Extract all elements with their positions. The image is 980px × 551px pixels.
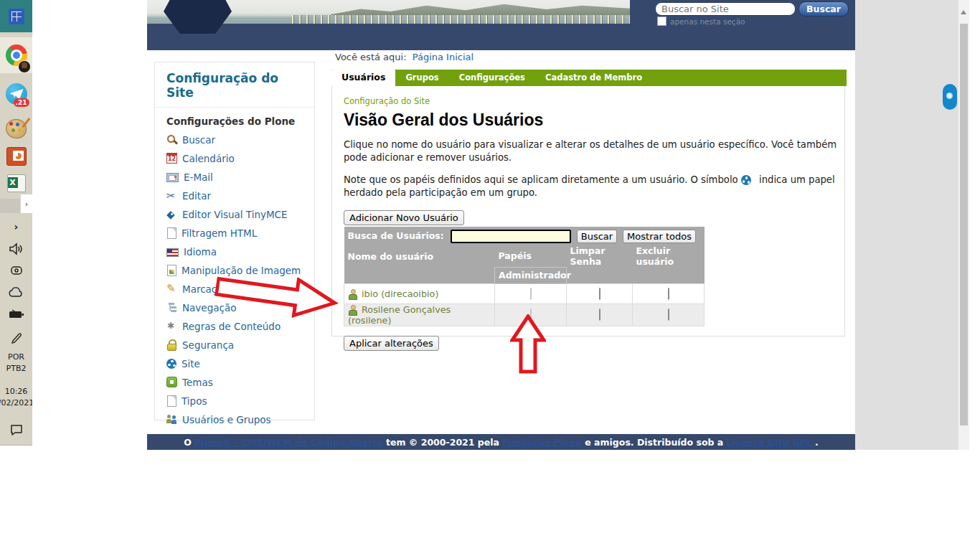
themes-icon: [166, 377, 177, 387]
hidden-icons-tray[interactable]: ›: [0, 197, 32, 215]
excel-app-button[interactable]: [0, 171, 32, 195]
pen-icon[interactable]: [0, 327, 32, 349]
calculator-icon: [9, 9, 24, 24]
section-only-checkbox[interactable]: [657, 17, 666, 26]
tab-grupos[interactable]: Grupos: [395, 70, 448, 86]
note-paragraph: Note que os papéis definidos aqui se apl…: [344, 174, 847, 199]
sidebar-item-calendario[interactable]: Calendário: [166, 153, 304, 164]
parent-section-link[interactable]: Configuração do Site: [344, 96, 430, 106]
sidebar-item-label[interactable]: Marcação: [182, 283, 229, 295]
sidebar-item-navegacao[interactable]: Navegação: [166, 302, 304, 313]
sidebar-item-label[interactable]: Segurança: [182, 339, 234, 351]
sidebar-item-buscar[interactable]: Buscar: [166, 134, 304, 145]
sidebar-item-label[interactable]: E-Mail: [184, 171, 213, 183]
plone-link[interactable]: Plone® - CMS/WCM de Código Aberto: [194, 437, 383, 448]
excel-icon: [7, 174, 26, 192]
display-connect-icon[interactable]: [0, 261, 32, 281]
show-hidden-icons-chevron[interactable]: ›: [0, 217, 32, 237]
language-indicator[interactable]: POR PTB2: [0, 350, 32, 376]
users-group-icon: [166, 414, 177, 425]
sidebar-item-editar[interactable]: Editar: [166, 190, 304, 201]
apply-changes-button[interactable]: Aplicar alterações: [344, 336, 439, 351]
delete-user-checkbox[interactable]: [668, 309, 669, 321]
sidebar-item-temas[interactable]: Temas: [166, 377, 304, 387]
scrollbar-track[interactable]: [958, 0, 969, 450]
user-search-label: Busca de Usuários:: [348, 230, 444, 241]
user-link[interactable]: ibio (direcaoibio): [362, 288, 438, 299]
sidebar-item-site[interactable]: Site: [166, 358, 304, 369]
main-content: Configuração do Site Visão Geral dos Usu…: [331, 86, 845, 336]
calendar-icon: [166, 153, 177, 164]
sidebar-item-seguranca[interactable]: Segurança: [166, 339, 304, 350]
sidebar-item-tipos[interactable]: Tipos: [166, 395, 304, 406]
site-search-button[interactable]: Buscar: [798, 1, 849, 17]
sidebar-item-filtragem[interactable]: Filtragem HTML: [166, 227, 304, 238]
reset-password-checkbox[interactable]: [599, 288, 600, 300]
user-link[interactable]: Rosilene Gonçalves (rosilene): [348, 304, 451, 326]
role-subheader-admin: Administrador: [495, 267, 567, 283]
sidebar-item-regras[interactable]: Regras de Conteúdo: [166, 321, 304, 331]
show-all-button[interactable]: Mostrar todos: [623, 230, 696, 243]
section-only-label: apenas nesta seção: [670, 17, 745, 26]
scrollbar-up-arrow[interactable]: [961, 7, 966, 14]
col-header-delete: Excluir usuário: [633, 245, 705, 267]
gnu-gpl-license-link[interactable]: Licença GNU GPL: [726, 437, 812, 448]
sidebar-item-idioma[interactable]: Idioma: [166, 246, 304, 257]
sidebar-item-label[interactable]: Regras de Conteúdo: [182, 321, 281, 332]
scissors-icon: [166, 190, 177, 201]
chrome-app-button[interactable]: [0, 37, 32, 73]
sidebar-item-label[interactable]: Editor Visual TinyMCE: [182, 209, 288, 220]
windows-taskbar: .21 › ›: [0, 0, 33, 446]
sidebar-item-label[interactable]: Buscar: [182, 134, 215, 146]
sidebar-item-label[interactable]: Editar: [182, 190, 211, 202]
page-title: Visão Geral dos Usuários: [344, 110, 844, 130]
sidebar-item-label[interactable]: Navegação: [182, 302, 236, 314]
powerpoint-app-button[interactable]: [0, 143, 32, 169]
sidebar-item-label[interactable]: Temas: [182, 377, 213, 388]
sidebar-item-usuarios-grupos[interactable]: Usuários e Grupos: [166, 414, 304, 425]
footer-text: O: [184, 437, 192, 448]
plone-foundation-link[interactable]: Fundação Plone: [502, 437, 582, 448]
tab-cadastro-membro[interactable]: Cadastro de Membro: [535, 70, 652, 86]
sidebar-item-imagem[interactable]: Manipulação de Imagem: [166, 265, 304, 276]
keyboard-layout: PTB2: [6, 363, 27, 375]
user-search-button[interactable]: Buscar: [577, 230, 617, 243]
clock[interactable]: 10:26 /02/2021: [0, 383, 32, 412]
user-search-input[interactable]: [451, 230, 571, 243]
breadcrumb-home-link[interactable]: Página Inicial: [413, 52, 473, 62]
battery-icon[interactable]: [0, 304, 32, 324]
sidebar-item-label[interactable]: Idioma: [184, 246, 217, 258]
image-document-icon: [167, 265, 176, 276]
tab-configuracoes[interactable]: Configurações: [449, 70, 535, 86]
sidebar-item-label[interactable]: Calendário: [182, 153, 235, 164]
sidebar-item-label[interactable]: Site: [182, 358, 200, 369]
document-icon: [167, 395, 176, 407]
browser-page: Buscar apenas nesta seção Você está aqui…: [32, 0, 855, 450]
site-search-input[interactable]: [655, 2, 796, 16]
user-icon: [348, 305, 357, 314]
sidebar-item-label[interactable]: Filtragem HTML: [182, 227, 257, 239]
volume-icon[interactable]: [0, 238, 32, 260]
tab-usuarios[interactable]: Usuários: [331, 69, 395, 86]
notification-center-icon[interactable]: [0, 419, 32, 441]
scrollbar-thumb[interactable]: [960, 24, 968, 425]
delete-user-checkbox[interactable]: [668, 288, 669, 300]
paint-app-button[interactable]: [0, 113, 32, 143]
chevron-right-icon: ›: [21, 194, 32, 213]
sidebar-item-label[interactable]: Tipos: [182, 395, 207, 407]
calculator-app-tile[interactable]: [0, 0, 32, 32]
sidebar-item-tinymce[interactable]: Editor Visual TinyMCE: [166, 209, 304, 220]
accessibility-widget[interactable]: [943, 84, 957, 110]
sidebar-item-label[interactable]: Manipulação de Imagem: [182, 265, 301, 276]
reset-password-checkbox[interactable]: [599, 309, 600, 321]
sidebar-item-marcacao[interactable]: Marcação: [166, 283, 304, 294]
sidebar-item-email[interactable]: E-Mail: [166, 171, 304, 182]
add-user-button[interactable]: Adicionar Novo Usuário: [344, 210, 464, 225]
telegram-app-button[interactable]: .21: [0, 77, 32, 110]
intro-paragraph: Clique no nome do usuário para visualiza…: [344, 138, 847, 164]
onedrive-cloud-icon[interactable]: [0, 283, 32, 303]
sidebar-item-label[interactable]: Usuários e Grupos: [182, 414, 271, 425]
site-setup-portlet: Configuração do Site Configurações do Pl…: [154, 62, 315, 420]
admin-role-checkbox: [530, 288, 532, 300]
content-rules-icon: [166, 321, 177, 331]
